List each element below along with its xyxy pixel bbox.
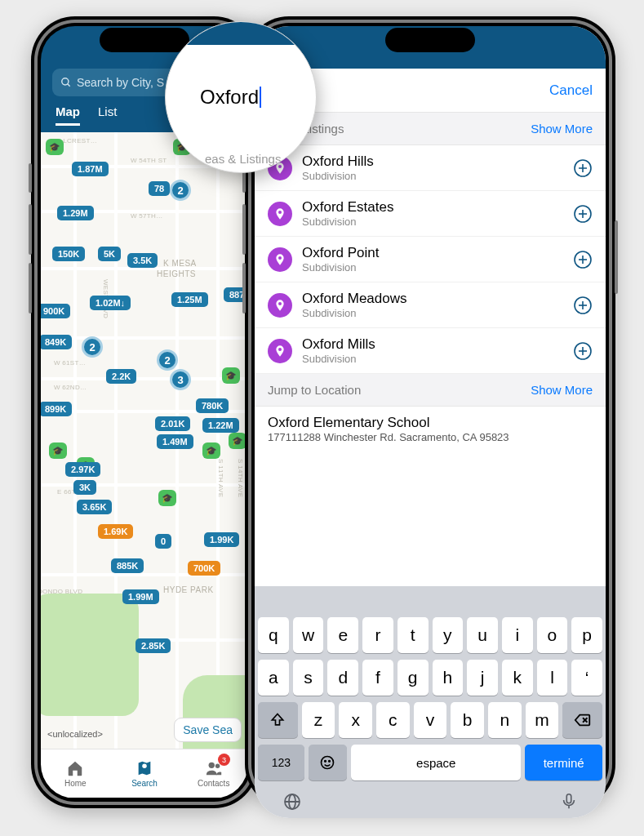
cancel-button[interactable]: Cancel (549, 82, 593, 99)
cluster-pin[interactable]: 2 (170, 180, 191, 201)
key-d[interactable]: d (327, 660, 358, 696)
key-y[interactable]: y (433, 617, 464, 653)
price-pin[interactable]: 899K (41, 402, 72, 416)
key-a[interactable]: a (258, 660, 289, 696)
dynamic-island (100, 28, 189, 52)
key-s[interactable]: s (293, 660, 324, 696)
key-b[interactable]: b (451, 702, 484, 738)
price-pin[interactable]: 2.2K (106, 369, 136, 384)
done-key[interactable]: terminé (525, 745, 602, 780)
price-pin[interactable]: 780K (196, 398, 229, 413)
backspace-key[interactable] (562, 702, 602, 738)
location-subtitle: 177111288 Winchester Rd. Sacramento, CA … (268, 431, 593, 443)
show-more-areas[interactable]: Show More (531, 122, 593, 136)
key-z[interactable]: z (302, 702, 335, 738)
price-pin[interactable]: 5K (98, 247, 121, 261)
add-result-button[interactable] (573, 204, 593, 224)
location-result[interactable]: Oxford Elementary School 177111288 Winch… (255, 407, 606, 451)
key-h[interactable]: h (433, 660, 464, 696)
price-pin[interactable]: 150K (52, 247, 85, 261)
result-row[interactable]: Oxford Estates Subdivision (255, 191, 606, 237)
school-icon[interactable]: 🎓 (158, 490, 176, 506)
key-x[interactable]: x (339, 702, 372, 738)
price-pin[interactable]: 1.29M (57, 206, 94, 220)
price-pin[interactable]: 2.85K (135, 638, 171, 653)
result-row[interactable]: Oxford Meadows Subdivision (255, 282, 606, 328)
key-i[interactable]: i (502, 617, 533, 653)
space-key[interactable]: espace (351, 745, 521, 780)
map-canvas[interactable]: K MESA HEIGHTS HYDE PARK ILLCREST… W 54T… (41, 132, 248, 749)
key-j[interactable]: j (467, 660, 498, 696)
key-‘[interactable]: ‘ (571, 660, 602, 696)
symbols-key[interactable]: 123 (258, 745, 304, 780)
price-pin[interactable]: 1.69K (98, 524, 133, 539)
school-icon[interactable]: 🎓 (229, 433, 246, 449)
result-title: Oxford Hills (302, 153, 374, 170)
price-pin[interactable]: 1.99M (122, 589, 159, 604)
mic-icon[interactable] (560, 792, 578, 810)
price-pin[interactable]: 1.25M (171, 292, 208, 307)
location-pin-icon (268, 339, 292, 363)
price-pin[interactable]: 0 (155, 534, 171, 549)
price-pin[interactable]: 2.97K (65, 462, 100, 477)
key-r[interactable]: r (362, 617, 393, 653)
price-pin[interactable]: 885K (111, 558, 144, 573)
price-pin[interactable]: 700K (188, 561, 220, 576)
school-icon[interactable]: 🎓 (222, 367, 240, 384)
school-icon[interactable]: 🎓 (49, 442, 67, 459)
map-attribution: <unlocalized> (47, 729, 103, 739)
result-row[interactable]: Oxford Hills Subdivision (255, 145, 606, 191)
shift-key[interactable] (258, 702, 298, 738)
show-more-jump[interactable]: Show More (531, 383, 593, 397)
price-pin[interactable]: 849K (41, 335, 72, 349)
add-result-button[interactable] (573, 250, 593, 269)
tab-map[interactable]: Map (56, 104, 80, 126)
price-pin[interactable]: 1.02M↓ (90, 296, 131, 310)
key-c[interactable]: c (376, 702, 410, 738)
result-title: Oxford Mills (302, 336, 375, 353)
price-pin[interactable]: 900K (41, 304, 70, 318)
cluster-pin[interactable]: 3 (170, 369, 191, 390)
globe-icon[interactable] (282, 792, 302, 812)
location-pin-icon (268, 247, 292, 272)
school-icon[interactable]: 🎓 (202, 442, 220, 459)
key-w[interactable]: w (293, 617, 324, 653)
price-pin[interactable]: 3.5K (127, 253, 158, 268)
keyboard-suggestions[interactable] (258, 591, 602, 617)
price-pin[interactable]: 1.22M (202, 418, 239, 433)
svg-rect-33 (566, 794, 571, 803)
school-icon[interactable]: 🎓 (46, 139, 64, 155)
key-e[interactable]: e (327, 617, 358, 653)
key-q[interactable]: q (258, 617, 289, 653)
key-v[interactable]: v (414, 702, 447, 738)
key-m[interactable]: m (526, 702, 559, 738)
add-result-button[interactable] (573, 341, 593, 361)
price-pin[interactable]: 78 (149, 181, 170, 196)
cluster-pin[interactable]: 2 (82, 336, 103, 358)
price-pin[interactable]: 1.49M (157, 434, 193, 449)
emoji-key[interactable] (309, 745, 347, 780)
price-pin[interactable]: 3.65K (77, 500, 112, 514)
key-f[interactable]: f (362, 660, 393, 696)
price-pin[interactable]: 2.01K (155, 416, 190, 431)
result-row[interactable]: Oxford Mills Subdivision (255, 328, 606, 374)
key-n[interactable]: n (488, 702, 522, 738)
key-t[interactable]: t (398, 617, 429, 653)
tab-search[interactable]: Search (110, 749, 180, 798)
price-pin[interactable]: 1.99K (204, 532, 239, 547)
add-result-button[interactable] (573, 296, 593, 315)
section-jump: Jump to Location Show More (255, 374, 606, 407)
key-u[interactable]: u (467, 617, 498, 653)
result-row[interactable]: Oxford Point Subdivision (255, 237, 606, 282)
key-k[interactable]: k (502, 660, 533, 696)
key-g[interactable]: g (398, 660, 429, 696)
price-pin[interactable]: 3K (73, 480, 96, 495)
price-pin[interactable]: 1.87M (72, 162, 109, 176)
key-p[interactable]: p (571, 617, 602, 653)
save-search-button[interactable]: Save Sea (174, 718, 242, 742)
cluster-pin[interactable]: 2 (157, 349, 178, 371)
key-l[interactable]: l (537, 660, 568, 696)
add-result-button[interactable] (573, 158, 593, 178)
key-o[interactable]: o (537, 617, 568, 653)
tab-list[interactable]: List (98, 104, 117, 126)
